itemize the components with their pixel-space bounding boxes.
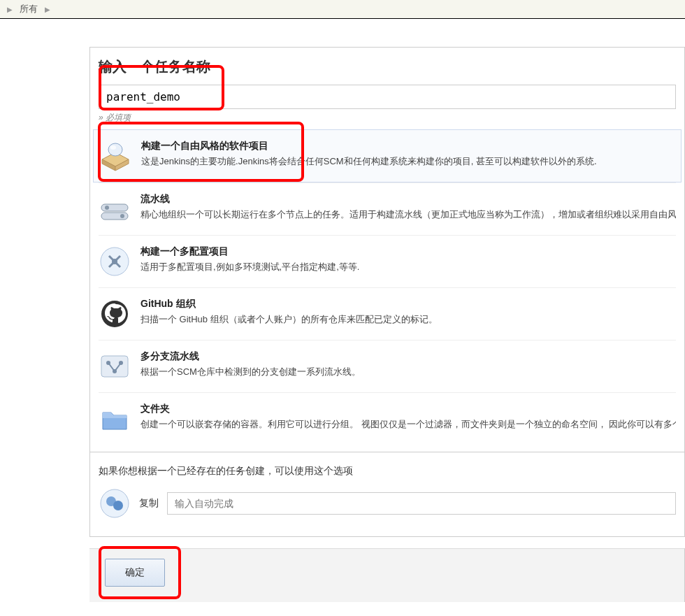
option-freestyle[interactable]: 构建一个自由风格的软件项目 这是Jenkins的主要功能.Jenkins将会结合… (93, 129, 682, 182)
name-section: 输入一个任务名称 » 必填项 (90, 48, 684, 129)
option-desc: 这是Jenkins的主要功能.Jenkins将会结合任何SCM和任何构建系统来构… (141, 155, 675, 168)
svg-point-7 (112, 259, 117, 264)
folder-icon (99, 403, 131, 435)
option-title: 构建一个自由风格的软件项目 (141, 140, 675, 152)
svg-point-5 (120, 214, 124, 218)
item-name-input[interactable] (99, 85, 676, 109)
option-pipeline[interactable]: 流水线 精心地组织一个可以长期运行在多个节点上的任务。适用于构建流水线（更加正式… (99, 182, 676, 235)
svg-rect-9 (101, 356, 128, 377)
chevron-right-icon: ▶ (45, 6, 50, 13)
svg-point-0 (108, 143, 122, 156)
freestyle-icon (99, 140, 131, 172)
multibranch-icon (99, 350, 131, 382)
copy-label: 复制 (139, 497, 159, 510)
option-desc: 精心地组织一个可以长期运行在多个节点上的任务。适用于构建流水线（更加正式地应当称… (140, 208, 676, 221)
option-title: GitHub 组织 (140, 298, 676, 310)
required-note: » 必填项 (99, 112, 676, 124)
copy-hint: 如果你想根据一个已经存在的任务创建，可以使用这个选项 (99, 465, 676, 478)
footer: 确定 (89, 548, 685, 602)
pipeline-icon (99, 193, 131, 225)
svg-point-1 (110, 145, 116, 150)
svg-point-4 (105, 206, 109, 210)
new-item-panel: 输入一个任务名称 » 必填项 构建一个自由风格的软件项目 这是Jenkins的主… (89, 47, 685, 537)
option-title: 构建一个多配置项目 (140, 245, 676, 258)
svg-point-15 (113, 501, 123, 510)
ok-button[interactable]: 确定 (105, 559, 165, 587)
github-icon (99, 298, 131, 330)
option-desc: 适用于多配置项目,例如多环境测试,平台指定构建,等等. (140, 261, 676, 273)
chevron-right-icon: ▶ (7, 6, 13, 13)
breadcrumb: ▶ 所有 ▶ (0, 0, 685, 19)
copy-from-input[interactable] (167, 492, 676, 515)
option-desc: 创建一个可以嵌套存储的容器。利用它可以进行分组。 视图仅仅是一个过滤器，而文件夹… (140, 418, 676, 431)
option-desc: 扫描一个 GitHub 组织（或者个人账户）的所有仓库来匹配已定义的标记。 (140, 313, 676, 326)
option-github-org[interactable]: GitHub 组织 扫描一个 GitHub 组织（或者个人账户）的所有仓库来匹配… (99, 287, 676, 340)
multiconfig-icon (99, 245, 131, 278)
option-desc: 根据一个SCM仓库中检测到的分支创建一系列流水线。 (140, 366, 676, 378)
project-type-list: 构建一个自由风格的软件项目 这是Jenkins的主要功能.Jenkins将会结合… (90, 129, 684, 445)
option-multiconfig[interactable]: 构建一个多配置项目 适用于多配置项目,例如多环境测试,平台指定构建,等等. (99, 235, 676, 287)
option-title: 多分支流水线 (140, 350, 676, 363)
breadcrumb-item-all[interactable]: 所有 (20, 3, 38, 15)
option-title: 文件夹 (140, 403, 676, 415)
option-folder[interactable]: 文件夹 创建一个可以嵌套存储的容器。利用它可以进行分组。 视图仅仅是一个过滤器，… (99, 392, 676, 445)
option-title: 流水线 (140, 193, 676, 206)
section-title: 输入一个任务名称 (99, 57, 676, 76)
copy-icon (99, 487, 131, 520)
option-multibranch[interactable]: 多分支流水线 根据一个SCM仓库中检测到的分支创建一系列流水线。 (99, 340, 676, 392)
copy-section: 如果你想根据一个已经存在的任务创建，可以使用这个选项 复制 (90, 452, 684, 536)
